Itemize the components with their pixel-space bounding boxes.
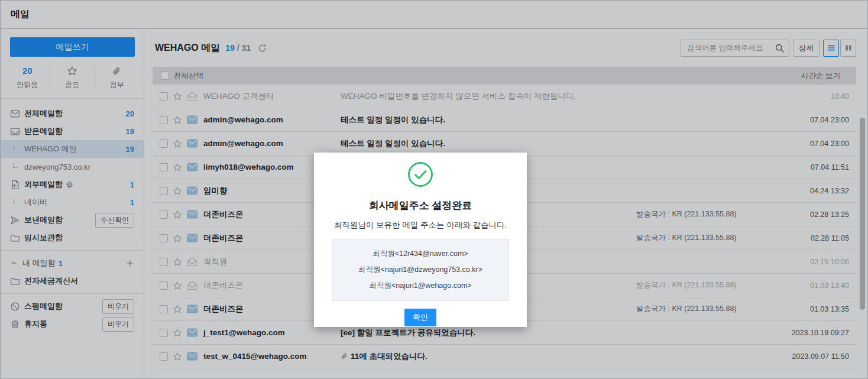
success-check-icon	[407, 161, 433, 187]
app-window: 메일 메일쓰기 20 안읽음 중요 첨부 전체메일함20받은메일함19W	[0, 0, 868, 379]
email-address-line: 최직원<najuri1@dzweyong753.co.kr>	[332, 262, 509, 278]
email-address-line: 최직원<12r434@naver.com>	[332, 246, 509, 262]
company-mail-modal: 회사메일주소 설정완료 최직원님이 보유한 메일 주소는 아래와 같습니다. 최…	[314, 153, 527, 327]
email-address-box: 최직원<12r434@naver.com>최직원<najuri1@dzweyon…	[332, 239, 509, 301]
modal-title: 회사메일주소 설정완료	[314, 199, 527, 212]
email-address-line: 최직원<najuri1@wehago.com>	[332, 278, 509, 294]
modal-description: 최직원님이 보유한 메일 주소는 아래와 같습니다.	[314, 220, 527, 231]
confirm-button[interactable]: 확인	[404, 309, 436, 326]
